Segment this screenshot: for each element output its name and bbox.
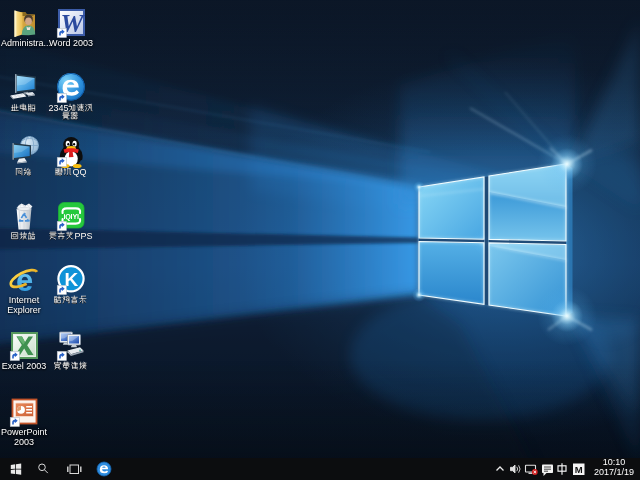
svg-text:iQIYI: iQIYI xyxy=(63,212,79,221)
svg-text:Q: Q xyxy=(79,167,86,177)
svg-text:e: e xyxy=(16,264,33,296)
svg-text:S: S xyxy=(87,231,93,241)
svg-text:Q: Q xyxy=(72,167,79,177)
svg-text:5: 5 xyxy=(63,103,68,113)
svg-text:M: M xyxy=(575,464,583,475)
